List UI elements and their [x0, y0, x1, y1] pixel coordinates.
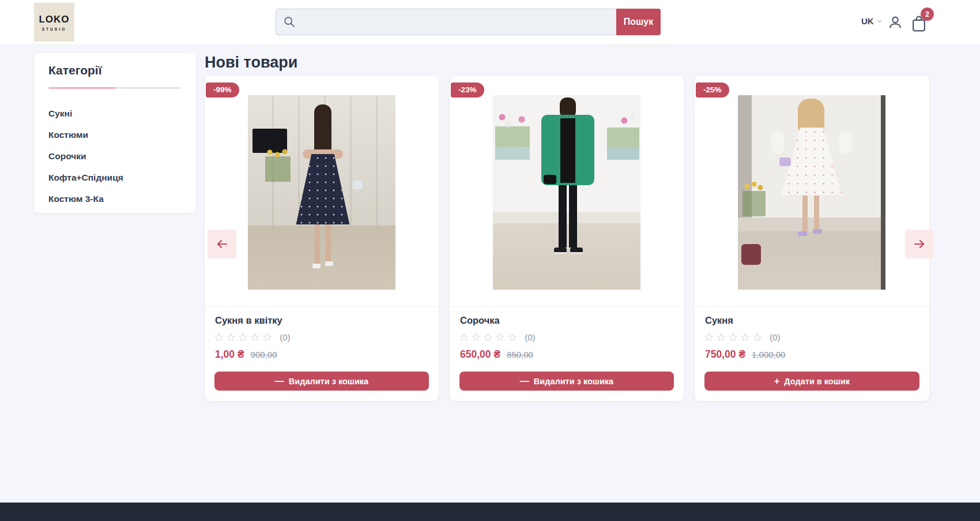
- card-divider: [695, 306, 929, 307]
- language-label: UK: [861, 16, 874, 26]
- page-title: Нові товари: [205, 54, 297, 72]
- photo-model-leg: [569, 185, 577, 248]
- logo[interactable]: LOKO STUDIO: [34, 3, 74, 42]
- carousel-prev-button[interactable]: [208, 230, 236, 258]
- photo-model-shoe: [554, 248, 567, 254]
- photo-model-hair: [314, 104, 331, 154]
- photo-model-leg: [814, 196, 819, 229]
- minus-icon: —: [520, 376, 529, 387]
- sidebar-title: Категорії: [48, 63, 182, 77]
- star-rating-icons: ☆☆☆☆☆: [459, 331, 519, 343]
- photo-flowers: [607, 113, 639, 160]
- photo-handbag: [353, 181, 363, 189]
- sidebar-item-shirts[interactable]: Сорочки: [48, 145, 182, 167]
- product-title[interactable]: Сорочка: [460, 315, 500, 326]
- remove-from-cart-button[interactable]: — Видалити з кошика: [459, 372, 674, 391]
- language-selector[interactable]: UK: [861, 16, 883, 26]
- chevron-down-icon: [876, 16, 883, 26]
- current-price: 750,00 ₴: [705, 348, 745, 361]
- product-card: -23% Сорочка ☆☆☆☆☆ (0) 650,00 ₴ 850,00 —…: [450, 76, 684, 401]
- rating-count: (0): [525, 332, 535, 342]
- sidebar-item-suits[interactable]: Костюми: [48, 124, 182, 145]
- remove-from-cart-button[interactable]: — Видалити з кошика: [214, 372, 429, 391]
- product-image[interactable]: [738, 95, 885, 290]
- price-row: 650,00 ₴ 850,00: [460, 348, 533, 361]
- product-card: -25% Сукня ☆☆☆☆☆ (0) 750,00 ₴ 1.000,00 +…: [695, 76, 929, 401]
- photo-model-sleeve: [771, 131, 784, 154]
- product-image[interactable]: [248, 95, 395, 290]
- photo-flowers: [495, 110, 530, 160]
- arrow-left-icon: [215, 237, 229, 251]
- photo-model-leg: [315, 224, 320, 264]
- price-row: 1,00 ₴ 900,00: [215, 348, 277, 361]
- account-button[interactable]: [887, 14, 903, 31]
- photo-background: [881, 95, 885, 290]
- product-rating: ☆☆☆☆☆ (0): [459, 331, 536, 343]
- cart-count-badge: 2: [921, 8, 934, 21]
- card-divider: [205, 306, 439, 307]
- plus-icon: +: [774, 376, 779, 387]
- sidebar-divider: [48, 87, 182, 89]
- header: LOKO STUDIO Пошук UK 2: [0, 0, 980, 45]
- search-bar: Пошук: [276, 9, 661, 35]
- star-rating-icons: ☆☆☆☆☆: [704, 331, 764, 343]
- photo-model-torso: [560, 118, 575, 183]
- product-title[interactable]: Сукня в квітку: [215, 315, 282, 326]
- card-divider: [450, 306, 684, 307]
- product-image[interactable]: [493, 95, 640, 290]
- product-card: -99% Сукня в квітку ☆☆☆☆☆ (0) 1,00 ₴ 900…: [205, 76, 439, 401]
- photo-handbag: [779, 158, 791, 166]
- discount-badge: -25%: [696, 83, 729, 98]
- button-label: Видалити з кошика: [534, 377, 613, 386]
- rating-count: (0): [770, 332, 780, 342]
- star-rating-icons: ☆☆☆☆☆: [214, 331, 274, 343]
- old-price: 900,00: [251, 350, 277, 359]
- current-price: 650,00 ₴: [460, 348, 500, 361]
- add-to-cart-button[interactable]: + Додати в кошик: [704, 372, 919, 391]
- photo-model-shoe: [325, 261, 333, 266]
- logo-text: LOKO: [39, 14, 69, 25]
- current-price: 1,00 ₴: [215, 348, 244, 361]
- discount-badge: -99%: [206, 83, 239, 98]
- button-label: Додати в кошик: [784, 377, 850, 386]
- sidebar-item-suit-3pc[interactable]: Костюм 3-Ка: [48, 188, 182, 209]
- categories-sidebar: Категорії Сукні Костюми Сорочки Кофта+Сп…: [34, 53, 196, 213]
- photo-handbag: [544, 175, 556, 184]
- sidebar-item-dresses[interactable]: Сукні: [48, 103, 182, 124]
- arrow-right-icon: [913, 237, 926, 251]
- photo-flowers: [742, 182, 766, 216]
- logo-subtext: STUDIO: [42, 27, 67, 31]
- search-input[interactable]: [276, 9, 616, 35]
- product-rating: ☆☆☆☆☆ (0): [704, 331, 781, 343]
- photo-model-shoe: [312, 264, 321, 268]
- sidebar-item-blouse-skirt[interactable]: Кофта+Спідниця: [48, 167, 182, 188]
- product-rating: ☆☆☆☆☆ (0): [214, 331, 291, 343]
- rating-count: (0): [280, 332, 290, 342]
- carousel-next-button[interactable]: [905, 230, 934, 258]
- photo-model-leg: [326, 224, 331, 261]
- photo-model-shoe: [813, 229, 822, 234]
- user-icon: [887, 14, 903, 31]
- photo-model-shoe: [798, 231, 807, 236]
- photo-model-shoe: [570, 248, 583, 254]
- photo-ottoman: [741, 244, 761, 265]
- photo-model-leg: [802, 196, 808, 231]
- old-price: 1.000,00: [752, 350, 785, 359]
- photo-model-sleeve: [839, 131, 852, 154]
- button-label: Видалити з кошика: [289, 377, 368, 386]
- product-title[interactable]: Сукня: [705, 315, 733, 326]
- search-button[interactable]: Пошук: [616, 9, 661, 35]
- discount-badge: -23%: [451, 83, 484, 98]
- old-price: 850,00: [507, 350, 533, 359]
- footer: [0, 503, 980, 521]
- photo-flowers: [265, 148, 291, 182]
- minus-icon: —: [275, 376, 284, 387]
- photo-model-leg: [559, 185, 567, 248]
- category-list: Сукні Костюми Сорочки Кофта+Спідниця Кос…: [48, 103, 182, 209]
- price-row: 750,00 ₴ 1.000,00: [705, 348, 785, 361]
